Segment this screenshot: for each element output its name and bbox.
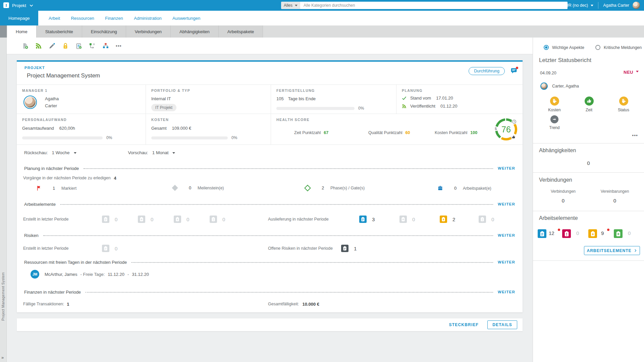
rail-expand-button[interactable]: » — [1, 355, 4, 360]
dotted-divider — [86, 292, 493, 293]
report-check-icon[interactable] — [75, 43, 82, 49]
new-report-dropdown[interactable]: NEU — [624, 70, 639, 75]
costs-label: KOSTEN — [151, 118, 271, 122]
report-author-avatar[interactable] — [540, 82, 548, 90]
lookback-select[interactable]: 1 Woche — [52, 150, 76, 155]
connections-col-label: Verbindungen — [538, 189, 588, 194]
search-scope-value: Alles — [284, 3, 292, 8]
lookback-value: 1 Woche — [52, 150, 70, 155]
add-document-icon[interactable] — [22, 43, 29, 49]
item-label: Phase(s) / Gate(s) — [330, 186, 365, 190]
thumb-sideways-icon — [550, 97, 559, 106]
more-actions-button[interactable]: ••• — [116, 43, 122, 49]
costs-progress-bar — [151, 136, 228, 139]
published-label: Veröffentlicht — [410, 104, 435, 109]
app-logo[interactable]: I — [3, 2, 9, 8]
dotted-divider — [131, 262, 493, 263]
free-days-to: 31.12.20 — [132, 272, 149, 277]
search-input[interactable] — [300, 2, 568, 9]
planung-subtitle: Vorgänge in der nächsten Periode zu erle… — [23, 176, 111, 181]
weiter-link-finanzen[interactable]: WEITER — [498, 290, 515, 294]
project-kicker: PROJEKT — [24, 66, 45, 70]
lookahead-select[interactable]: 1 Monat — [152, 150, 175, 155]
work-item-exclamation-icon[interactable] — [562, 229, 571, 238]
weiter-link-planung[interactable]: WEITER — [498, 166, 515, 170]
subtab-home[interactable]: Home — [7, 25, 37, 38]
agreements-col-label: Vereinbarungen — [590, 189, 640, 194]
work-item-task-icon — [102, 216, 109, 223]
caret-down-icon — [74, 152, 76, 155]
workflow-icon[interactable] — [89, 43, 96, 49]
radio-kritische-meldungen[interactable]: Kritische Meldungen — [595, 45, 642, 50]
work-item-exclamation-icon — [479, 216, 486, 223]
planung-item-arbeitspaket: 0 Arbeitspaket(e) — [437, 185, 491, 191]
report-more-button[interactable]: ••• — [632, 133, 638, 138]
phase-status-pill[interactable]: Durchführung — [469, 67, 505, 75]
subtab-einschaetzung[interactable]: Einschätzung — [82, 25, 126, 38]
free-days-label: - Freie Tage: — [80, 272, 105, 277]
work-item-count: 12 — [549, 230, 554, 236]
rail-toggle[interactable] — [0, 25, 7, 38]
subtab-statusberichte[interactable]: Statusberichte — [37, 25, 82, 38]
status-comment-icon[interactable] — [510, 67, 518, 75]
open-risks-label: Offene Risiken in nächster Periode — [268, 246, 333, 251]
item-label: Markiert — [61, 186, 76, 191]
subtab-verbindungen[interactable]: Verbindungen — [126, 25, 171, 38]
dotted-divider — [43, 235, 493, 236]
nav-item-finanzen[interactable]: Finanzen — [100, 11, 127, 25]
lock-icon[interactable] — [62, 43, 69, 49]
milestone-diamond-icon — [172, 185, 178, 191]
work-item-count: 9 — [601, 230, 604, 236]
period-filters: Rückschau: 1 Woche Vorschau: 1 Monat — [24, 150, 175, 155]
notification-dot — [607, 229, 609, 231]
aspect-trend: Trend — [541, 115, 568, 130]
notification-dot — [516, 67, 518, 69]
divider — [533, 260, 644, 261]
nav-item-administration[interactable]: Administration — [129, 11, 166, 25]
org-chart-icon[interactable] — [102, 43, 109, 49]
module-switcher[interactable]: Projekt — [12, 0, 34, 11]
manager-avatar[interactable] — [23, 96, 37, 109]
feed-icon[interactable] — [35, 43, 42, 49]
stand-label: Stand vom — [410, 96, 431, 101]
arbeitselemente-button-label: ARBEITSELEMENTE — [587, 248, 631, 253]
work-item-down-icon[interactable] — [588, 229, 597, 238]
section-risiken: Risiken WEITER Erstellt in letzter Perio… — [24, 231, 515, 253]
created-last-period-label: Erstellt in letzter Periode — [23, 217, 68, 222]
resource-avatar[interactable]: JM — [31, 270, 39, 279]
edit-pencil-icon[interactable] — [49, 43, 55, 49]
agreements-count: 0 — [590, 198, 640, 203]
planning-cell: PLANUNG Stand vom 17.01.20 Veröffentlich… — [396, 85, 523, 114]
nav-item-arbeit[interactable]: Arbeit — [44, 11, 65, 25]
user-name: Agatha Carter — [603, 3, 629, 8]
subtab-arbeitspakete[interactable]: Arbeitspakete — [219, 25, 263, 38]
rail-vertical-label: Project Management System — [1, 272, 5, 321]
project-info-grid-row2: PERSONALAUFWAND Gesamtaufwand 620,00h 0%… — [17, 114, 523, 145]
user-menu[interactable]: Agatha Carter — [603, 2, 640, 9]
details-button[interactable]: DETAILS — [487, 320, 517, 329]
nav-item-auswertungen[interactable]: Auswertungen — [168, 11, 205, 25]
arbeitselemente-button[interactable]: ARBEITSELEMENTE — [584, 246, 640, 255]
work-item-task-icon[interactable] — [538, 229, 546, 238]
nav-item-homepage[interactable]: Homepage — [0, 11, 38, 25]
work-item-count: 2 — [452, 217, 455, 222]
effort-progress-bar — [22, 136, 103, 139]
chevron-down-icon — [29, 3, 34, 8]
dotted-divider — [60, 204, 493, 205]
work-item-plus-icon[interactable] — [614, 229, 623, 238]
steckbrief-link[interactable]: STECKBRIEF — [449, 322, 479, 327]
total-due-label: Gesamtfälligkeit: — [268, 302, 299, 307]
thumb-up-icon — [585, 97, 594, 106]
subtab-abhaengigkeiten[interactable]: Abhängigkeiten — [171, 25, 219, 38]
aspect-label: Status — [610, 108, 637, 112]
radio-wichtige-aspekte[interactable]: Wichtige Aspekte — [544, 45, 584, 50]
weiter-link-risiken[interactable]: WEITER — [498, 233, 515, 237]
nav-item-ressourcen[interactable]: Ressourcen — [66, 11, 99, 25]
currency-select[interactable]: EUR (no dec) — [562, 3, 593, 8]
lookahead-value: 1 Monat — [152, 150, 169, 155]
check-icon — [402, 96, 407, 101]
costs-cell: KOSTEN Gesamt 109.000 € 0% — [146, 114, 271, 144]
weiter-link-arbeitselemente[interactable]: WEITER — [498, 202, 515, 206]
search-scope-select[interactable]: Alles — [281, 2, 300, 9]
weiter-link-ressourcen[interactable]: WEITER — [498, 260, 515, 264]
